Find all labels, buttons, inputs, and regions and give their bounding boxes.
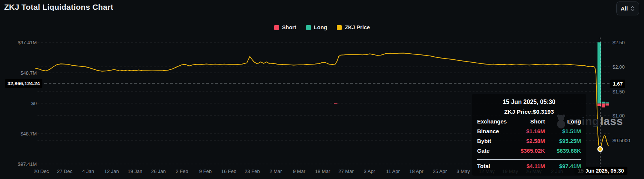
tooltip-cell: Gate xyxy=(477,146,513,156)
tooltip-header-cell: Long xyxy=(545,117,581,126)
tooltip-header-cell: Short xyxy=(513,117,545,126)
crosshair-left-axis-value: 32,866,124.24 xyxy=(5,79,42,88)
axis-tick-label: 12 Jan xyxy=(104,168,119,174)
tooltip-table-rows: Binance$1.16M$1.51MBybit$2.58M$95.25MGat… xyxy=(477,126,581,156)
tooltip-cell: Bybit xyxy=(477,136,513,146)
axis-tick-label: 11 Apr xyxy=(386,168,400,174)
axis-tick-label: 19 Jan xyxy=(128,168,142,174)
axis-tick-label: 2 Feb xyxy=(176,168,188,174)
axis-tick-label: 18 Apr xyxy=(409,168,423,174)
axis-tick-label: 25 Apr xyxy=(433,168,447,174)
tooltip-header-cell: Exchanges xyxy=(477,117,513,126)
axis-tick-label: 20 Dec xyxy=(33,168,49,174)
axis-tick-label: 23 Feb xyxy=(245,168,260,174)
tooltip-cell: $4.11M xyxy=(513,161,545,171)
axis-tick-label: 2 Mar xyxy=(269,168,282,174)
tooltip-cell: $2.58M xyxy=(513,136,545,146)
axis-tick-label: 27 Dec xyxy=(57,168,72,174)
tooltip-total-row: Total$4.11M$97.41M xyxy=(477,161,581,171)
axis-tick-label: 9 Mar xyxy=(293,168,305,174)
axis-tick-label: 3 May xyxy=(456,168,470,174)
tooltip-cell: $1.16M xyxy=(513,126,545,136)
axis-tick-label: 9 Feb xyxy=(199,168,212,174)
tooltip: coing lass 15 Jun 2025, 05:30 ZKJ Price:… xyxy=(472,94,586,176)
tooltip-cell: Total xyxy=(477,161,513,171)
tooltip-cell: $97.41M xyxy=(545,161,581,171)
tooltip-cell: $639.68K xyxy=(545,146,581,156)
tooltip-price: ZKJ Price:$0.3193 xyxy=(477,107,581,117)
tooltip-date: 15 Jun 2025, 05:30 xyxy=(477,98,581,107)
watermark-text-bright: lass xyxy=(600,116,623,127)
axis-tick-label: 4 Jan xyxy=(82,168,94,174)
tooltip-cell: $1.51M xyxy=(545,126,581,136)
tooltip-content: 15 Jun 2025, 05:30 ZKJ Price:$0.3193 Exc… xyxy=(477,98,581,171)
tooltip-cell: Binance xyxy=(477,126,513,136)
axis-tick-label: 26 Jan xyxy=(151,168,166,174)
axis-tick-label: 27 Mar xyxy=(338,168,353,174)
tooltip-separator xyxy=(477,159,581,160)
liquidations-chart-page: ZKJ Total Liquidations Chart All Short L… xyxy=(0,0,644,179)
axis-tick-label: 3 Apr xyxy=(364,168,375,174)
tooltip-table-header: ExchangesShortLong xyxy=(477,117,581,126)
axis-tick-label: 18 Mar xyxy=(315,168,330,174)
crosshair-right-axis-value: 1.67 xyxy=(610,80,625,88)
tooltip-cell: $365.02K xyxy=(513,146,545,156)
axis-tick-label: 16 Feb xyxy=(221,168,236,174)
tooltip-cell: $95.25M xyxy=(545,136,581,146)
